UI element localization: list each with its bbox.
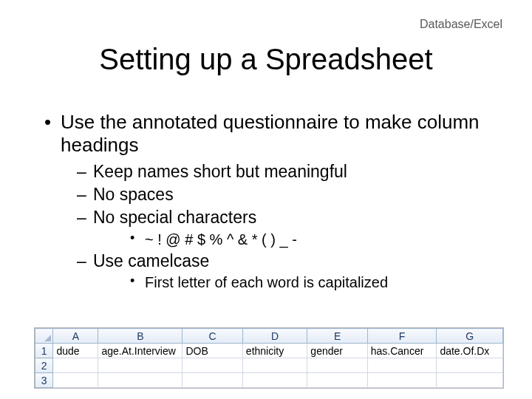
cell-D3[interactable] [242, 373, 307, 388]
row-header-1[interactable]: 1 [35, 344, 53, 358]
cell-F2[interactable] [367, 358, 437, 373]
col-header-F[interactable]: F [367, 329, 437, 344]
bullet-sub3a: ~ ! @ # $ % ^ & * ( ) _ - [93, 230, 488, 249]
col-header-C[interactable]: C [183, 329, 242, 344]
cell-B2[interactable] [98, 358, 183, 373]
spreadsheet-table: A B C D E F G 1 dude age.At.Interview DO… [35, 328, 503, 388]
cell-B1[interactable]: age.At.Interview [98, 344, 183, 358]
bullet-main-text: Use the annotated questionnaire to make … [61, 111, 480, 156]
select-all-corner[interactable] [35, 329, 53, 344]
cell-G3[interactable] [437, 373, 503, 388]
col-header-D[interactable]: D [242, 329, 307, 344]
row-1: 1 dude age.At.Interview DOB ethnicity ge… [35, 344, 503, 358]
cell-E2[interactable] [307, 358, 367, 373]
spreadsheet: A B C D E F G 1 dude age.At.Interview DO… [34, 327, 504, 389]
column-header-row: A B C D E F G [35, 329, 503, 344]
row-2: 2 [35, 358, 503, 373]
row-3: 3 [35, 373, 503, 388]
cell-G2[interactable] [437, 358, 503, 373]
cell-D1[interactable]: ethnicity [242, 344, 307, 358]
col-header-B[interactable]: B [98, 329, 183, 344]
bullet-sub3: No special characters ~ ! @ # $ % ^ & * … [61, 207, 488, 249]
cell-C2[interactable] [183, 358, 242, 373]
bullet-sub3-text: No special characters [93, 208, 256, 227]
cell-B3[interactable] [98, 373, 183, 388]
col-header-E[interactable]: E [307, 329, 367, 344]
row-header-2[interactable]: 2 [35, 358, 53, 373]
cell-F1[interactable]: has.Cancer [367, 344, 437, 358]
cell-E1[interactable]: gender [307, 344, 367, 358]
cell-D2[interactable] [242, 358, 307, 373]
cell-E3[interactable] [307, 373, 367, 388]
bullet-sub1: Keep names short but meaningful [61, 161, 488, 183]
slide-title: Setting up a Spreadsheet [0, 43, 532, 76]
cell-C1[interactable]: DOB [183, 344, 242, 358]
col-header-A[interactable]: A [53, 329, 98, 344]
slide-body: Use the annotated questionnaire to make … [44, 111, 488, 296]
bullet-sub4: Use camelcase First letter of each word … [61, 250, 488, 293]
cell-C3[interactable] [183, 373, 242, 388]
bullet-sub4a: First letter of each word is capitalized [93, 273, 488, 292]
cell-F3[interactable] [367, 373, 437, 388]
cell-G1[interactable]: date.Of.Dx [437, 344, 503, 358]
row-header-3[interactable]: 3 [35, 373, 53, 388]
col-header-G[interactable]: G [437, 329, 503, 344]
bullet-main: Use the annotated questionnaire to make … [44, 111, 488, 292]
cell-A3[interactable] [53, 373, 98, 388]
bullet-sub2: No spaces [61, 184, 488, 205]
cell-A1[interactable]: dude [53, 344, 98, 358]
slide: Database/Excel Setting up a Spreadsheet … [0, 0, 532, 399]
header-tag: Database/Excel [420, 18, 502, 31]
cell-A2[interactable] [53, 358, 98, 373]
bullet-sub4-text: Use camelcase [93, 251, 209, 270]
